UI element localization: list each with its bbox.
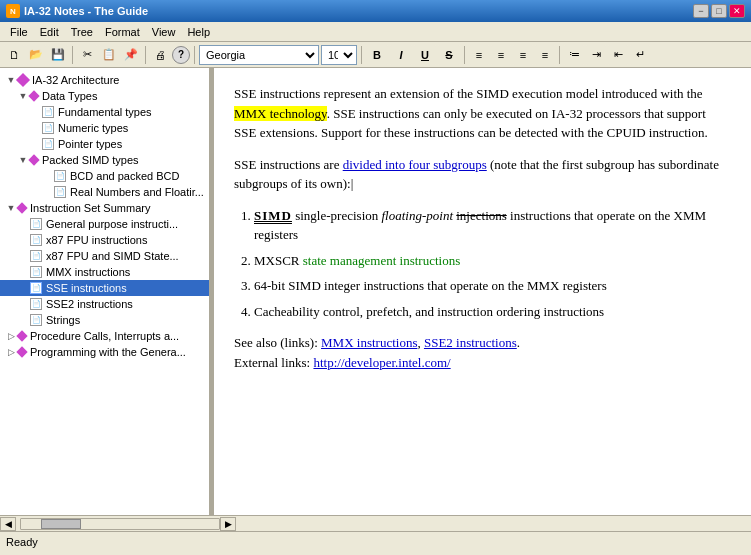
align-justify-button[interactable]: ≡ (535, 45, 555, 65)
hscroll-area: ◀ ▶ (0, 515, 751, 531)
proccalls-icon (16, 330, 27, 341)
tree-label-packed-simd: Packed SIMD types (42, 154, 139, 166)
tree-label-sse: SSE instructions (46, 282, 127, 294)
subgroups-link[interactable]: divided into four subgroups (343, 157, 487, 172)
packed-icon (28, 154, 39, 165)
hscroll-track (20, 518, 220, 530)
tree-item-proccalls[interactable]: ▷ Procedure Calls, Interrupts a... (0, 328, 209, 344)
see-also: See also (links): MMX instructions, SSE2… (234, 333, 731, 372)
tree-item-x87simd[interactable]: ▷ 📄 x87 FPU and SIMD State... (0, 248, 209, 264)
list-item-2: MXSCR state management instructions (254, 251, 731, 271)
paragraph1: SSE instructions represent an extension … (234, 84, 731, 143)
bold-button[interactable]: B (366, 45, 388, 65)
italic-button[interactable]: I (390, 45, 412, 65)
tree-item-pointer[interactable]: ▷ 📄 Pointer types (0, 136, 209, 152)
list3-text: 64-bit SIMD integer instructions that op… (254, 278, 607, 293)
tree-label-proccalls: Procedure Calls, Interrupts a... (30, 330, 179, 342)
print-button[interactable]: 🖨 (150, 45, 170, 65)
list-item-1: SIMD single-precision floating-point inj… (254, 206, 731, 245)
menu-view[interactable]: View (146, 25, 182, 39)
tree-item-datatypes[interactable]: ▼ Data Types (0, 88, 209, 104)
save-button[interactable]: 💾 (48, 45, 68, 65)
sse2-icon: 📄 (30, 298, 42, 310)
copy-button[interactable]: 📋 (99, 45, 119, 65)
hscroll-left-button[interactable]: ◀ (0, 517, 16, 531)
titlebar: N IA-32 Notes - The Guide − □ ✕ (0, 0, 751, 22)
mmx-instructions-link[interactable]: MMX instructions (321, 335, 417, 350)
list-button[interactable]: ≔ (564, 45, 584, 65)
menu-edit[interactable]: Edit (34, 25, 65, 39)
underline-button[interactable]: U (414, 45, 436, 65)
tree-item-sse2[interactable]: ▷ 📄 SSE2 instructions (0, 296, 209, 312)
hscroll-thumb[interactable] (41, 519, 81, 529)
align-center-button[interactable]: ≡ (491, 45, 511, 65)
status-text: Ready (6, 536, 38, 548)
list4-text: Cacheability control, prefetch, and inst… (254, 304, 604, 319)
tree-root[interactable]: ▼ IA-32 Architecture (0, 72, 209, 88)
tree-label-bcd: BCD and packed BCD (70, 170, 179, 182)
font-size-select[interactable]: 10 12 14 16 (321, 45, 357, 65)
sse2-instructions-link[interactable]: SSE2 instructions (424, 335, 517, 350)
close-button[interactable]: ✕ (729, 4, 745, 18)
menubar: File Edit Tree Format View Help (0, 22, 751, 42)
tree-item-sse[interactable]: ▷ 📄 SSE instructions (0, 280, 209, 296)
fundamental-icon: 📄 (42, 106, 54, 118)
minimize-button[interactable]: − (693, 4, 709, 18)
open-button[interactable]: 📂 (26, 45, 46, 65)
bcd-icon: 📄 (54, 170, 66, 182)
tree-label-realnumbers: Real Numbers and Floatir... (70, 186, 204, 198)
help-button[interactable]: ? (172, 46, 190, 64)
tree-item-packed-simd[interactable]: ▼ Packed SIMD types (0, 152, 209, 168)
hscroll-right-button[interactable]: ▶ (220, 517, 236, 531)
datatypes-icon (28, 90, 39, 101)
simd-text: SIMD (254, 208, 292, 223)
tree-item-strings[interactable]: ▷ 📄 Strings (0, 312, 209, 328)
toolbar-sep1 (72, 46, 73, 64)
mmx-highlight: MMX technology (234, 106, 327, 121)
tree-panel: ▼ IA-32 Architecture ▼ Data Types ▷ 📄 Fu… (0, 68, 210, 515)
tree-item-x87fpu[interactable]: ▷ 📄 x87 FPU instructions (0, 232, 209, 248)
tree-item-mmx[interactable]: ▷ 📄 MMX instructions (0, 264, 209, 280)
outdent-button[interactable]: ⇤ (608, 45, 628, 65)
menu-file[interactable]: File (4, 25, 34, 39)
align-left-button[interactable]: ≡ (469, 45, 489, 65)
x87fpu-icon: 📄 (30, 234, 42, 246)
tree-label-sse2: SSE2 instructions (46, 298, 133, 310)
tree-label-datatypes: Data Types (42, 90, 97, 102)
paragraph2: SSE instructions are divided into four s… (234, 155, 731, 194)
tree-label-numeric: Numeric types (58, 122, 128, 134)
maximize-button[interactable]: □ (711, 4, 727, 18)
menu-help[interactable]: Help (181, 25, 216, 39)
cut-button[interactable]: ✂ (77, 45, 97, 65)
see-also-prefix: See also (links): (234, 335, 321, 350)
font-select[interactable]: Georgia Arial Times New Roman (199, 45, 319, 65)
menu-format[interactable]: Format (99, 25, 146, 39)
tree-item-iss[interactable]: ▼ Instruction Set Summary (0, 200, 209, 216)
new-button[interactable]: 🗋 (4, 45, 24, 65)
align-right-button[interactable]: ≡ (513, 45, 533, 65)
strings-icon: 📄 (30, 314, 42, 326)
list1-italic: floating-point (382, 208, 454, 223)
tree-label-strings: Strings (46, 314, 80, 326)
rtl-button[interactable]: ↵ (630, 45, 650, 65)
tree-item-prog[interactable]: ▷ Programming with the Genera... (0, 344, 209, 360)
paste-button[interactable]: 📌 (121, 45, 141, 65)
intel-link[interactable]: http://developer.intel.com/ (313, 355, 450, 370)
strikethrough-button[interactable]: S (438, 45, 460, 65)
tree-item-fundamental[interactable]: ▷ 📄 Fundamental types (0, 104, 209, 120)
menu-tree[interactable]: Tree (65, 25, 99, 39)
mmx-icon: 📄 (30, 266, 42, 278)
sse-icon: 📄 (30, 282, 42, 294)
indent-button[interactable]: ⇥ (586, 45, 606, 65)
x87simd-icon: 📄 (30, 250, 42, 262)
list1-normal1: single-precision (295, 208, 381, 223)
app-icon: N (6, 4, 20, 18)
list2-green: state management instructions (303, 253, 460, 268)
tree-item-realnumbers[interactable]: ▷ 📄 Real Numbers and Floatir... (0, 184, 209, 200)
toolbar-sep5 (464, 46, 465, 64)
tree-item-bcd[interactable]: ▷ 📄 BCD and packed BCD (0, 168, 209, 184)
list2-mxscr: MXSCR (254, 253, 303, 268)
root-icon (16, 73, 30, 87)
tree-item-numeric[interactable]: ▷ 📄 Numeric types (0, 120, 209, 136)
tree-item-gp[interactable]: ▷ 📄 General purpose instructi... (0, 216, 209, 232)
